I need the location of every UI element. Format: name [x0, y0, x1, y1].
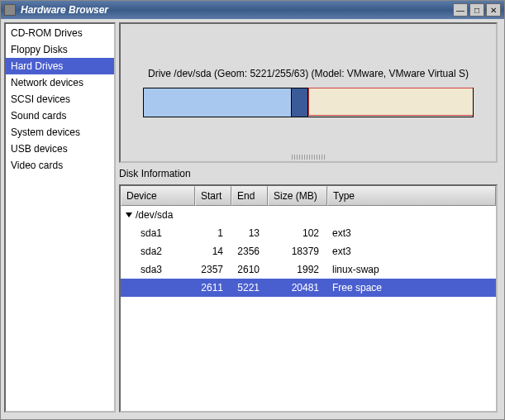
category-sidebar: CD-ROM Drives Floppy Disks Hard Drives N…	[4, 22, 116, 413]
table-row[interactable]: 2611 5221 20481 Free space	[121, 279, 496, 297]
drive-label: Drive /dev/sda (Geom: 5221/255/63) (Mode…	[148, 68, 469, 79]
column-header-size[interactable]: Size (MB)	[268, 186, 327, 206]
sidebar-item-sound-cards[interactable]: Sound cards	[6, 107, 114, 124]
size-cell: 1992	[268, 264, 327, 275]
start-cell: 2357	[195, 264, 231, 275]
device-name: /dev/sda	[136, 209, 173, 221]
device-cell: sda2	[121, 246, 195, 257]
partition-segment-sda2[interactable]	[144, 88, 292, 117]
partition-bar[interactable]	[143, 88, 474, 117]
size-cell: 102	[268, 227, 327, 239]
table-body: /dev/sda sda1 1 13 102 ext3 sda2 14	[121, 206, 496, 411]
titlebar[interactable]: Hardware Browser — □ ✕	[1, 1, 504, 19]
end-cell: 2356	[231, 246, 268, 257]
chevron-down-icon[interactable]	[126, 212, 132, 218]
tree-node-dev-sda[interactable]: /dev/sda	[121, 209, 195, 221]
disk-information-heading: Disk Information	[119, 166, 498, 181]
sidebar-item-floppy-disks[interactable]: Floppy Disks	[6, 41, 114, 58]
column-header-start[interactable]: Start	[195, 186, 231, 206]
size-cell: 18379	[268, 246, 327, 257]
sidebar-item-cdrom-drives[interactable]: CD-ROM Drives	[6, 25, 114, 41]
type-cell: ext3	[327, 246, 496, 257]
table-row[interactable]: sda3 2357 2610 1992 linux-swap	[121, 260, 496, 279]
start-cell: 2611	[195, 282, 231, 294]
table-row[interactable]: sda2 14 2356 18379 ext3	[121, 242, 496, 260]
column-header-end[interactable]: End	[231, 186, 268, 206]
close-button[interactable]: ✕	[486, 3, 501, 17]
resize-grip-icon	[292, 155, 325, 160]
table-row-parent[interactable]: /dev/sda	[121, 206, 496, 224]
table-row[interactable]: sda1 1 13 102 ext3	[121, 224, 496, 242]
type-cell: linux-swap	[327, 264, 496, 275]
column-header-device[interactable]: Device	[121, 186, 195, 206]
type-cell: Free space	[327, 282, 496, 294]
size-cell: 20481	[268, 282, 327, 294]
start-cell: 14	[195, 246, 231, 257]
device-cell: sda1	[121, 227, 195, 239]
window-body: CD-ROM Drives Floppy Disks Hard Drives N…	[1, 19, 504, 419]
partition-segment-free[interactable]	[308, 88, 473, 116]
disk-information-table: Device Start End Size (MB) Type /dev/sda	[119, 184, 498, 413]
hardware-browser-window: Hardware Browser — □ ✕ CD-ROM Drives Flo…	[0, 0, 505, 420]
device-cell: sda3	[121, 264, 195, 275]
end-cell: 5221	[231, 282, 268, 294]
partition-segment-sda3[interactable]	[292, 88, 308, 117]
drive-visual-panel: Drive /dev/sda (Geom: 5221/255/63) (Mode…	[119, 22, 498, 163]
minimize-button[interactable]: —	[453, 3, 468, 17]
sidebar-item-hard-drives[interactable]: Hard Drives	[6, 58, 114, 74]
start-cell: 1	[195, 227, 231, 239]
end-cell: 2610	[231, 264, 268, 275]
column-header-type[interactable]: Type	[327, 186, 496, 206]
window-title: Hardware Browser	[21, 4, 451, 16]
sidebar-item-network-devices[interactable]: Network devices	[6, 74, 114, 91]
app-icon	[4, 4, 16, 16]
sidebar-item-usb-devices[interactable]: USB devices	[6, 141, 114, 157]
sidebar-item-scsi-devices[interactable]: SCSI devices	[6, 91, 114, 107]
type-cell: ext3	[327, 227, 496, 239]
maximize-button[interactable]: □	[469, 3, 484, 17]
sidebar-item-system-devices[interactable]: System devices	[6, 124, 114, 141]
main-panel: Drive /dev/sda (Geom: 5221/255/63) (Mode…	[119, 19, 501, 416]
table-header: Device Start End Size (MB) Type	[121, 186, 496, 206]
sidebar-item-video-cards[interactable]: Video cards	[6, 157, 114, 174]
end-cell: 13	[231, 227, 268, 239]
